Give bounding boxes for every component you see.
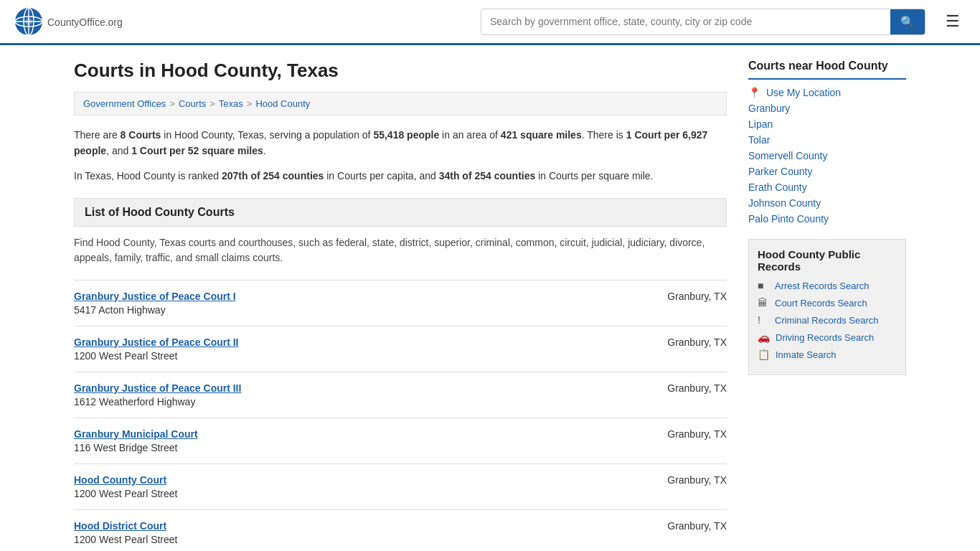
court-item: Granbury Justice of Peace Court I 5417 A… (74, 280, 727, 326)
court-item: Granbury Justice of Peace Court II 1200 … (74, 326, 727, 372)
public-record-item: 📋 Inmate Search (758, 349, 897, 360)
breadcrumb-texas[interactable]: Texas (219, 98, 243, 109)
nearby-link[interactable]: Palo Pinto County (748, 213, 829, 225)
pr-icon: 📋 (758, 349, 770, 360)
court-address: 1612 Weatherford Highway (74, 396, 195, 408)
logo-icon (14, 7, 43, 36)
use-my-location-item[interactable]: 📍 Use My Location (748, 87, 906, 98)
nearby-link[interactable]: Granbury (748, 103, 790, 114)
court-row: Granbury Municipal Court 116 West Bridge… (74, 428, 727, 453)
court-info: Hood District Court 1200 West Pearl Stre… (74, 520, 641, 545)
ranking-text: In Texas, Hood County is ranked 207th of… (74, 168, 727, 184)
breadcrumb-hood-county[interactable]: Hood County (255, 98, 310, 109)
nearby-link[interactable]: Parker County (748, 166, 812, 177)
court-row: Hood County Court 1200 West Pearl Street… (74, 474, 727, 499)
search-container: 🔍 (481, 9, 925, 35)
court-city: Granbury, TX (641, 382, 727, 394)
nearby-item: Palo Pinto County (748, 213, 906, 225)
court-city: Granbury, TX (641, 291, 727, 302)
court-name[interactable]: Granbury Justice of Peace Court I (74, 291, 641, 302)
court-item: Hood County Court 1200 West Pearl Street… (74, 463, 727, 509)
site-header: CountyOffice.org 🔍 ☰ (0, 0, 980, 45)
breadcrumb-courts[interactable]: Courts (179, 98, 206, 109)
court-item: Hood District Court 1200 West Pearl Stre… (74, 509, 727, 551)
intro-text: There are 8 Courts in Hood County, Texas… (74, 127, 727, 159)
nearby-link[interactable]: Tolar (748, 134, 770, 146)
court-item: Granbury Municipal Court 116 West Bridge… (74, 418, 727, 463)
location-icon: 📍 (748, 87, 760, 98)
list-heading: List of Hood County Courts (74, 198, 727, 227)
court-name[interactable]: Hood District Court (74, 520, 641, 532)
list-description: Find Hood County, Texas courts and court… (74, 235, 727, 265)
court-address: 5417 Acton Highway (74, 304, 166, 316)
court-info: Hood County Court 1200 West Pearl Street (74, 474, 641, 499)
court-info: Granbury Justice of Peace Court III 1612… (74, 382, 641, 408)
public-records-section: Hood County Public Records ■ Arrest Reco… (748, 239, 906, 375)
search-input[interactable] (481, 10, 890, 33)
use-my-location-link[interactable]: Use My Location (766, 87, 841, 98)
public-record-link[interactable]: Criminal Records Search (775, 315, 879, 326)
breadcrumb: Government Offices > Courts > Texas > Ho… (74, 92, 727, 116)
nearby-item: Parker County (748, 166, 906, 177)
court-address: 1200 West Pearl Street (74, 350, 177, 362)
nearby-item: Lipan (748, 118, 906, 130)
public-record-item: 🏛 Court Records Search (758, 297, 897, 309)
nearby-section: Courts near Hood County 📍 Use My Locatio… (748, 60, 906, 225)
public-record-item: 🚗 Driving Records Search (758, 331, 897, 343)
pr-icon: 🏛 (758, 297, 769, 309)
public-records-title: Hood County Public Records (758, 248, 897, 273)
content-area: Courts in Hood County, Texas Government … (74, 60, 727, 551)
court-row: Granbury Justice of Peace Court I 5417 A… (74, 291, 727, 316)
court-item: Granbury Justice of Peace Court III 1612… (74, 372, 727, 418)
court-name[interactable]: Granbury Justice of Peace Court III (74, 382, 641, 394)
pr-icon: ! (758, 314, 769, 326)
court-row: Hood District Court 1200 West Pearl Stre… (74, 520, 727, 545)
pr-icon: 🚗 (758, 331, 770, 343)
court-name[interactable]: Hood County Court (74, 474, 641, 486)
court-address: 1200 West Pearl Street (74, 534, 177, 545)
public-record-item: ■ Arrest Records Search (758, 280, 897, 291)
main-wrapper: Courts in Hood County, Texas Government … (60, 45, 920, 551)
court-row: Granbury Justice of Peace Court III 1612… (74, 382, 727, 408)
public-record-link[interactable]: Arrest Records Search (775, 281, 870, 291)
site-logo[interactable]: CountyOffice.org (14, 7, 123, 36)
court-city: Granbury, TX (641, 520, 727, 532)
breadcrumb-gov[interactable]: Government Offices (83, 98, 166, 109)
sidebar: Courts near Hood County 📍 Use My Locatio… (748, 60, 906, 551)
nearby-item: Tolar (748, 134, 906, 146)
pr-icon: ■ (758, 280, 769, 291)
court-address: 1200 West Pearl Street (74, 488, 177, 499)
logo-text: CountyOffice.org (47, 14, 123, 29)
nearby-link[interactable]: Erath County (748, 182, 807, 193)
court-city: Granbury, TX (641, 428, 727, 440)
nearby-link[interactable]: Lipan (748, 118, 773, 130)
search-button[interactable]: 🔍 (890, 9, 925, 34)
court-info: Granbury Justice of Peace Court I 5417 A… (74, 291, 641, 316)
court-name[interactable]: Granbury Municipal Court (74, 428, 641, 440)
courts-list: Granbury Justice of Peace Court I 5417 A… (74, 280, 727, 551)
court-address: 116 West Bridge Street (74, 442, 177, 453)
public-records-items: ■ Arrest Records Search 🏛 Court Records … (758, 280, 897, 360)
nearby-item: Erath County (748, 182, 906, 193)
court-city: Granbury, TX (641, 474, 727, 486)
nearby-links: GranburyLipanTolarSomervell CountyParker… (748, 103, 906, 225)
court-city: Granbury, TX (641, 336, 727, 348)
court-row: Granbury Justice of Peace Court II 1200 … (74, 336, 727, 362)
public-record-item: ! Criminal Records Search (758, 314, 897, 326)
court-name[interactable]: Granbury Justice of Peace Court II (74, 336, 641, 348)
public-record-link[interactable]: Driving Records Search (776, 332, 874, 343)
nearby-item: Somervell County (748, 150, 906, 161)
nearby-link[interactable]: Johnson County (748, 197, 821, 209)
nearby-link[interactable]: Somervell County (748, 150, 828, 161)
court-info: Granbury Justice of Peace Court II 1200 … (74, 336, 641, 362)
nearby-item: Granbury (748, 103, 906, 114)
nearby-section-title: Courts near Hood County (748, 60, 906, 80)
nearby-item: Johnson County (748, 197, 906, 209)
public-record-link[interactable]: Court Records Search (775, 298, 867, 309)
court-info: Granbury Municipal Court 116 West Bridge… (74, 428, 641, 453)
menu-button[interactable]: ☰ (940, 9, 966, 34)
page-title: Courts in Hood County, Texas (74, 60, 727, 82)
public-record-link[interactable]: Inmate Search (776, 349, 837, 360)
